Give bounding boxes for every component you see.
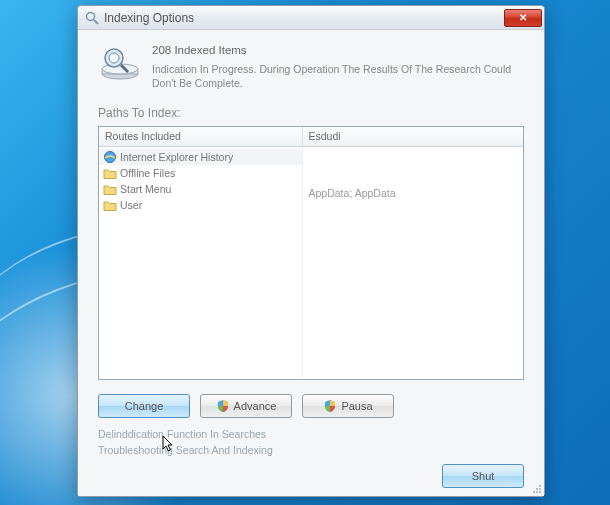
change-button[interactable]: Change [98,394,190,418]
shield-icon [216,399,230,413]
exclude-text: AppData; AppData [303,149,523,199]
troubleshooting-link[interactable]: Troubleshooting Search And Indexing [98,444,524,456]
row-label: User [120,199,142,211]
folder-icon [103,182,117,196]
column-header-exclude[interactable]: Esdudi [303,127,523,146]
indexed-count: 208 Indexed Items [152,44,524,56]
ie-icon [103,150,117,164]
deindication-link[interactable]: Delinddication Function In Searches [98,428,524,440]
row-label: Internet Explorer History [120,151,233,163]
close-button[interactable]: ✕ [504,9,542,27]
table-row[interactable]: Start Menu [99,181,302,197]
indexing-options-window: Indexing Options ✕ 208 Indexed Items Ind… [77,5,545,497]
pause-button[interactable]: Pausa [302,394,394,418]
titlebar[interactable]: Indexing Options ✕ [78,6,544,30]
table-row[interactable]: User [99,197,302,213]
table-row[interactable]: Offline Files [99,165,302,181]
search-lens-icon [84,10,100,26]
shut-button[interactable]: Shut [442,464,524,488]
advanced-button[interactable]: Advance [200,394,292,418]
summary-block: 208 Indexed Items Indication In Progress… [98,42,524,90]
exclude-column: AppData; AppData [303,147,523,379]
table-row[interactable]: Internet Explorer History [99,149,302,165]
close-icon: ✕ [519,13,527,23]
column-header-routes[interactable]: Routes Included [99,127,303,146]
indexing-status: Indication In Progress. During Operation… [152,62,524,90]
row-label: Start Menu [120,183,171,195]
svg-point-6 [109,53,119,63]
svg-point-0 [87,12,95,20]
folder-icon [103,166,117,180]
window-content: 208 Indexed Items Indication In Progress… [78,30,544,496]
row-label: Offline Files [120,167,175,179]
resize-grip[interactable] [530,482,542,494]
indexing-drive-icon [98,42,142,82]
indexed-locations-table: Routes Included Esdudi Internet Explorer… [98,126,524,380]
button-label: Change [125,400,164,412]
svg-line-1 [94,20,98,24]
window-title: Indexing Options [104,11,504,25]
routes-column: Internet Explorer History Offline Files … [99,147,303,379]
paths-label: Paths To Index: [98,106,524,120]
folder-icon [103,198,117,212]
button-label: Advance [234,400,277,412]
shield-icon [323,399,337,413]
button-label: Shut [472,470,495,482]
button-label: Pausa [341,400,372,412]
